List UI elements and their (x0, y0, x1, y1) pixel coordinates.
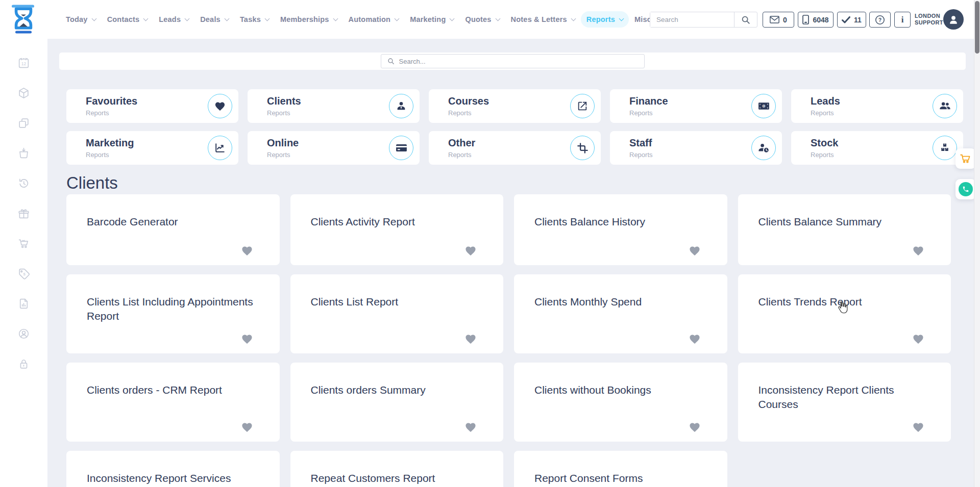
credit-card-icon (389, 136, 413, 160)
sidebar-products-cube-icon[interactable] (17, 86, 31, 99)
chevron-down-icon (143, 16, 149, 21)
nav-item-memberships[interactable]: Memberships (275, 11, 343, 28)
user-name-line2: SUPPORT (915, 19, 943, 26)
heart-icon (208, 94, 232, 118)
tasks-count: 11 (854, 16, 862, 24)
report-title: Clients Activity Report (311, 215, 483, 229)
nav-label: Notes & Letters (511, 15, 567, 23)
report-card-clients-without-bookings[interactable]: Clients without Bookings (514, 363, 727, 442)
favourite-heart-button[interactable] (464, 334, 477, 344)
nav-item-tasks[interactable]: Tasks (234, 11, 275, 28)
category-card-stock[interactable]: Stock Reports (791, 131, 963, 165)
nav-label: Deals (200, 15, 220, 23)
floating-cart-button[interactable] (955, 148, 976, 169)
favourite-heart-button[interactable] (241, 334, 253, 344)
report-card-inconsistency-services[interactable]: Inconsistency Report Services (66, 451, 280, 487)
category-card-online[interactable]: Online Reports (248, 131, 420, 165)
avatar[interactable] (943, 9, 964, 30)
category-card-marketing[interactable]: Marketing Reports (66, 131, 238, 165)
chart-line-icon (208, 136, 232, 160)
report-card-inconsistency-clients-courses[interactable]: Inconsistency Report Clients Courses (738, 363, 951, 442)
sidebar-report-file-icon[interactable] (17, 297, 31, 310)
category-card-other[interactable]: Other Reports (429, 131, 601, 165)
app-logo-hourglass-icon[interactable] (11, 4, 36, 35)
report-card-clients-activity[interactable]: Clients Activity Report (290, 194, 504, 265)
sidebar-cart-icon[interactable] (17, 237, 31, 250)
page-scrollbar[interactable] (974, 0, 980, 487)
nav-label: Contacts (107, 15, 140, 23)
cart-icon (960, 153, 971, 164)
sidebar-calendar-icon[interactable]: 12 (17, 56, 31, 69)
report-card-barcode-generator[interactable]: Barcode Generator (66, 194, 280, 265)
nav-item-quotes[interactable]: Quotes (459, 11, 505, 28)
favourite-heart-button[interactable] (689, 334, 701, 344)
phone-circle-icon (959, 182, 973, 196)
report-card-clients-balance-history[interactable]: Clients Balance History (514, 194, 727, 265)
nav-item-automation[interactable]: Automation (343, 11, 405, 28)
report-card-clients-orders-summary[interactable]: Clients orders Summary (290, 363, 504, 442)
phone-counter-button[interactable]: 6048 (798, 12, 834, 28)
floating-whatsapp-button[interactable] (955, 179, 976, 199)
sidebar-lock-icon[interactable] (17, 357, 31, 370)
nav-item-deals[interactable]: Deals (194, 11, 234, 28)
people-icon (933, 94, 957, 118)
report-card-clients-orders-crm[interactable]: Clients orders - CRM Report (66, 363, 280, 442)
navbar-search-input[interactable] (650, 12, 734, 27)
chevron-down-icon (185, 16, 190, 21)
report-card-repeat-customers[interactable]: Repeat Customers Report (290, 451, 504, 487)
report-card-clients-list[interactable]: Clients List Report (290, 274, 504, 353)
category-card-leads[interactable]: Leads Reports (791, 89, 963, 123)
messages-counter-button[interactable]: 0 (763, 12, 794, 28)
favourite-heart-button[interactable] (912, 334, 924, 344)
favourite-heart-button[interactable] (464, 422, 477, 432)
nav-label: Reports (586, 15, 615, 23)
nav-item-notes-letters[interactable]: Notes & Letters (505, 11, 581, 28)
report-title: Clients List Including Appointments Repo… (87, 295, 259, 323)
favourite-heart-button[interactable] (241, 422, 253, 432)
nav-label: Leads (159, 15, 181, 23)
reports-search-input[interactable] (399, 58, 638, 65)
report-card-clients-balance-summary[interactable]: Clients Balance Summary (738, 194, 951, 265)
chevron-down-icon (333, 16, 338, 21)
nav-item-reports-active[interactable]: Reports (581, 11, 629, 28)
favourite-heart-button[interactable] (464, 245, 477, 256)
report-card-clients-list-appointments[interactable]: Clients List Including Appointments Repo… (66, 274, 280, 353)
reports-search-field (381, 54, 645, 68)
messages-count: 0 (783, 16, 787, 24)
navbar-search-button[interactable] (734, 12, 757, 27)
sidebar-account-icon[interactable] (17, 327, 31, 340)
nav-item-contacts[interactable]: Contacts (102, 11, 154, 28)
scrollbar-thumb[interactable] (975, 1, 979, 54)
report-card-clients-trends[interactable]: Clients Trends Report (738, 274, 951, 353)
favourite-heart-button[interactable] (912, 245, 924, 256)
help-button[interactable]: ? (869, 12, 891, 28)
category-card-finance[interactable]: Finance Reports 0 (610, 89, 782, 123)
category-card-staff[interactable]: Staff Reports (610, 131, 782, 165)
svg-text:?: ? (878, 17, 881, 22)
sidebar-shopping-bag-icon[interactable] (17, 146, 31, 160)
nav-item-today[interactable]: Today (60, 11, 102, 28)
report-card-clients-monthly-spend[interactable]: Clients Monthly Spend (514, 274, 727, 353)
question-circle-icon: ? (875, 15, 885, 25)
nav-item-marketing[interactable]: Marketing (404, 11, 459, 28)
favourite-heart-button[interactable] (241, 245, 253, 256)
tasks-counter-button[interactable]: 11 (837, 12, 866, 28)
category-card-courses[interactable]: Courses Reports (429, 89, 601, 123)
report-card-report-consent-forms[interactable]: Report Consent Forms (514, 451, 727, 487)
sidebar-copy-icon[interactable] (17, 116, 31, 130)
sidebar-history-icon[interactable] (17, 176, 31, 190)
favourite-heart-button[interactable] (689, 422, 701, 432)
favourite-heart-button[interactable] (912, 422, 924, 432)
section-title-clients: Clients (66, 175, 980, 191)
sidebar-price-tag-icon[interactable]: $ (17, 267, 31, 280)
sidebar-gift-icon[interactable] (17, 207, 31, 220)
nav-item-leads[interactable]: Leads (153, 11, 194, 28)
left-sidebar: 12 $ (0, 39, 47, 487)
info-button[interactable]: i (894, 12, 911, 28)
report-title: Clients without Bookings (534, 383, 707, 397)
favourite-heart-button[interactable] (689, 245, 701, 256)
category-card-favourites[interactable]: Favourites Reports (66, 89, 238, 123)
phone-count: 6048 (813, 16, 828, 24)
report-title: Clients Balance Summary (758, 215, 931, 229)
category-card-clients[interactable]: Clients Reports (248, 89, 420, 123)
